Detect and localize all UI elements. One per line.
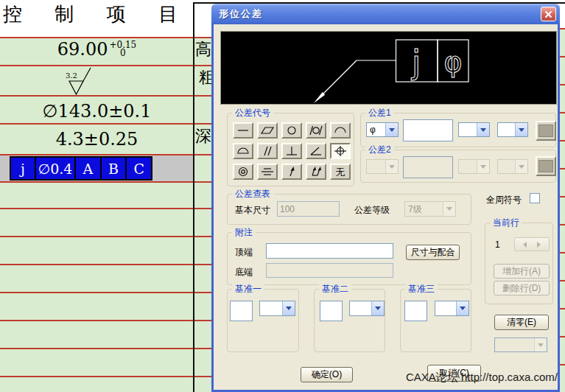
dimension-value: ∅143.0±0.1 <box>43 101 152 122</box>
feature-control-frame[interactable]: j ∅0.4 A B C <box>10 156 152 181</box>
line-profile-icon <box>332 125 348 136</box>
fcf-datum-c-cell[interactable]: C <box>127 158 151 179</box>
symbol-line-profile-button[interactable] <box>330 122 351 139</box>
basic-dimension-input <box>277 201 340 217</box>
chevron-down-icon[interactable] <box>515 123 527 136</box>
close-icon <box>544 10 552 18</box>
surface-profile-icon <box>235 145 251 157</box>
dimension-value: 4.3±0.25 <box>56 129 138 150</box>
tolerance1-prefix-combo[interactable]: φ <box>366 122 399 137</box>
tolerance-grade-value: 7级 <box>405 202 443 216</box>
bottom-note-label: 底端 <box>235 266 253 279</box>
tolerance2-value-input <box>403 156 453 178</box>
tolerance2-modifier1-combo <box>458 159 490 174</box>
roughness-symbol: 3.2 <box>63 66 97 96</box>
tolerance1-modifier1-combo[interactable] <box>458 122 490 137</box>
symbol-symmetry-button[interactable] <box>257 164 278 180</box>
symbol-none-button[interactable]: 无 <box>330 164 351 180</box>
datum3-modifier-combo[interactable] <box>435 301 469 316</box>
symbol-angularity-button[interactable] <box>306 143 326 159</box>
datum1-group-label: 基准一 <box>232 284 264 294</box>
tolerance-lookup-group: 公差查表 基本尺寸 公差等级 7级 <box>227 194 471 225</box>
symbol-circularity-button[interactable] <box>281 122 302 139</box>
datum2-group: 基准二 <box>314 289 385 352</box>
straightness-icon <box>235 125 251 136</box>
dimension-value: 69.00 <box>57 39 108 60</box>
concentricity-icon <box>235 166 251 178</box>
chevron-down-icon[interactable] <box>371 301 384 315</box>
ok-button[interactable]: 确定(O) <box>301 367 353 382</box>
bottom-note-input <box>266 263 393 278</box>
spin-left-icon <box>515 238 532 251</box>
angularity-icon <box>308 145 324 157</box>
chevron-down-icon[interactable] <box>282 301 295 315</box>
chevron-down-icon <box>385 160 398 173</box>
chevron-down-icon[interactable] <box>385 123 398 136</box>
circularity-icon <box>284 125 300 136</box>
fcf-tolerance-cell[interactable]: ∅0.4 <box>36 158 76 179</box>
preview-phi-cell-text: φ <box>443 46 462 78</box>
tolerance1-group: 公差1 φ <box>360 113 556 147</box>
symbol-position-button[interactable] <box>330 143 351 159</box>
datum2-input[interactable] <box>320 301 343 321</box>
dimension-row: ∅143.0±0.1 <box>0 101 194 122</box>
swatch-icon <box>538 160 553 172</box>
current-row-group: 当前行 1 增加行(A) 删除行(D) <box>485 223 553 304</box>
tolerance1-prefix-value: φ <box>367 123 385 136</box>
symbol-parallelism-button[interactable] <box>257 143 278 159</box>
forum-watermark: CAXA论坛 http://top.caxa.com/ <box>406 371 558 385</box>
dimension-row: 4.3±0.25 <box>0 129 194 150</box>
table-gridline <box>0 37 211 38</box>
tolerance1-modifier2-combo[interactable] <box>497 122 528 137</box>
tolerance2-prefix-combo <box>366 159 399 174</box>
symbol-total-runout-button[interactable] <box>306 164 326 180</box>
tolerance2-group-label: 公差2 <box>365 144 394 155</box>
datum2-modifier-combo[interactable] <box>349 301 385 316</box>
flatness-icon <box>259 125 276 136</box>
fit-dimension-button[interactable]: 尺寸与配合 <box>406 245 460 260</box>
table-side-label: 高 <box>195 38 211 60</box>
tolerance1-extra-button[interactable] <box>536 121 556 141</box>
symbol-straightness-button[interactable] <box>233 122 253 139</box>
fcf-datum-a-cell[interactable]: A <box>76 158 102 179</box>
datum3-input[interactable] <box>404 301 427 321</box>
all-around-symbol-checkbox[interactable] <box>530 193 540 203</box>
datum1-group: 基准一 <box>227 289 299 352</box>
symbol-concentricity-button[interactable] <box>233 164 253 180</box>
all-around-symbol-label: 全周符号 <box>486 194 522 206</box>
cylindricity-icon <box>308 125 324 136</box>
fcf-symbol-cell[interactable]: j <box>11 158 36 179</box>
table-header-control-items: 控 制 项 目 <box>0 1 194 27</box>
symbol-flatness-button[interactable] <box>257 122 278 139</box>
symbol-circular-runout-button[interactable] <box>281 164 302 180</box>
symbol-perpendicularity-button[interactable] <box>281 143 302 159</box>
chevron-down-icon <box>443 202 455 216</box>
extra-disabled-combo <box>494 337 547 352</box>
chevron-down-icon[interactable] <box>456 301 469 315</box>
current-row-spinner <box>514 237 550 251</box>
top-note-input[interactable] <box>266 243 393 259</box>
delete-row-button: 删除行(D) <box>494 281 550 295</box>
datum3-group: 基准三 <box>400 289 471 352</box>
close-button[interactable] <box>541 7 556 21</box>
chevron-down-icon <box>534 338 547 351</box>
clear-button[interactable]: 清零(E) <box>494 315 549 330</box>
notes-group-label: 附注 <box>232 227 256 237</box>
table-gridline <box>0 95 211 97</box>
total-runout-icon <box>308 166 324 178</box>
current-row-number: 1 <box>495 239 500 250</box>
preview-symbol-cell-text: j <box>411 43 421 81</box>
tolerance1-value-input[interactable] <box>403 119 453 141</box>
fcf-datum-b-cell[interactable]: B <box>102 158 127 179</box>
swatch-icon <box>538 125 553 137</box>
table-side-label: 深 <box>195 125 211 147</box>
tolerance2-extra-button[interactable] <box>536 156 556 176</box>
dialog-titlebar[interactable]: 形位公差 <box>211 4 560 24</box>
symbol-cylindricity-button[interactable] <box>306 122 326 139</box>
symbol-surface-profile-button[interactable] <box>233 143 253 159</box>
datum1-modifier-combo[interactable] <box>259 301 295 316</box>
datum1-input[interactable] <box>230 301 253 321</box>
circular-runout-icon <box>284 166 300 178</box>
tolerance-symbols-group: 公差代号 <box>227 113 354 186</box>
chevron-down-icon[interactable] <box>477 123 489 136</box>
